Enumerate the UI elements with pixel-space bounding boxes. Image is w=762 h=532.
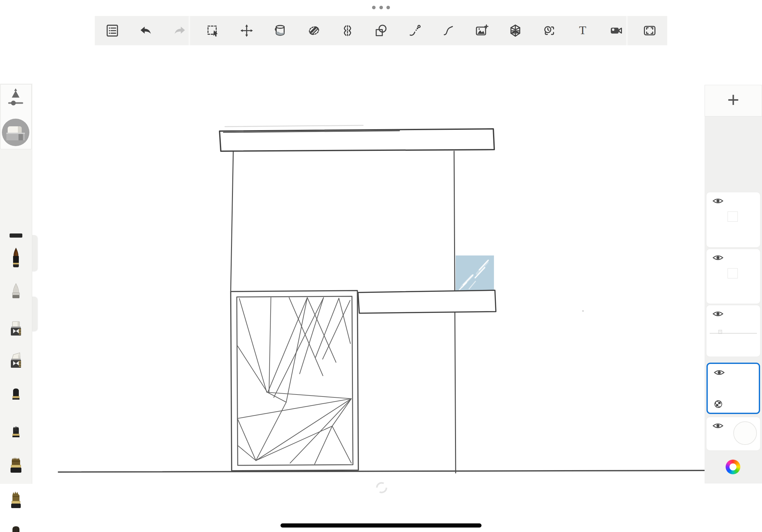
record-button[interactable] <box>607 20 625 42</box>
angled-marker-tool[interactable] <box>7 352 25 380</box>
layer-visibility-eye-icon[interactable] <box>714 368 725 377</box>
ruler-icon <box>307 24 321 37</box>
rectangle-select-icon <box>206 24 220 37</box>
flat-brush-icon <box>7 457 25 484</box>
add-layer-button[interactable]: + <box>705 85 762 116</box>
record-video-icon <box>609 24 623 37</box>
fill-button[interactable] <box>271 20 289 42</box>
multitask-indicator <box>372 5 390 9</box>
transparency-lock-icon[interactable] <box>714 400 723 408</box>
redo-button[interactable] <box>170 20 189 42</box>
redo-icon <box>173 24 187 37</box>
edit-path-points-icon <box>408 24 421 37</box>
ink-pen-tool[interactable] <box>7 247 25 276</box>
layer-card[interactable] <box>707 363 760 414</box>
ink-pen-icon <box>7 247 25 274</box>
round-brush-tool[interactable] <box>7 491 25 519</box>
drawing-canvas[interactable] <box>0 0 762 532</box>
svg-text:T: T <box>579 24 586 37</box>
fullscreen-button[interactable] <box>641 20 659 42</box>
timelapse-button[interactable] <box>540 20 558 42</box>
top-toolbar: T <box>95 16 667 45</box>
timelapse-icon <box>542 24 556 37</box>
stray-mark <box>582 310 584 312</box>
brush-size-slider[interactable] <box>2 88 29 110</box>
fullscreen-icon <box>643 24 657 37</box>
layer-card[interactable] <box>707 192 760 247</box>
add-layer-label: + <box>727 90 739 109</box>
color-wheel-button[interactable] <box>725 460 740 474</box>
perspective-button[interactable] <box>506 20 525 42</box>
edit-path-button[interactable] <box>405 20 424 42</box>
flat-marker-icon <box>7 320 25 347</box>
move-icon <box>240 24 254 37</box>
home-indicator[interactable] <box>280 523 482 528</box>
smudge-brush-tool[interactable] <box>7 526 25 532</box>
flat-brush-tool[interactable] <box>7 457 25 485</box>
text-icon: T <box>575 24 590 37</box>
layer-visibility-eye-icon[interactable] <box>712 197 724 205</box>
toolbar-divider <box>626 16 628 45</box>
menu-list-icon <box>105 24 119 37</box>
smooth-stroke-button[interactable] <box>439 20 458 42</box>
sketch-stroke <box>58 470 705 472</box>
text-button[interactable]: T <box>573 20 592 42</box>
smudge-brush-icon <box>7 526 25 532</box>
sketch-app-window: T <box>0 0 762 532</box>
sketch-stroke <box>231 151 233 291</box>
ruler-button[interactable] <box>305 20 323 42</box>
menu-button[interactable] <box>103 20 121 42</box>
undo-icon <box>139 24 153 37</box>
layer-card[interactable] <box>707 417 760 450</box>
sidebar-handle[interactable] <box>32 235 37 271</box>
sketch-stroke <box>358 290 496 313</box>
eraser-icon <box>2 119 29 146</box>
shapes-icon <box>374 24 388 37</box>
layer-visibility-eye-icon[interactable] <box>712 310 724 318</box>
hidden-tool-tip[interactable] <box>10 233 28 239</box>
sketch-stroke <box>237 296 353 465</box>
layer-thumbnail <box>727 268 738 279</box>
fill-bucket-icon <box>273 24 287 37</box>
toolbar-divider <box>189 16 190 45</box>
paper-color-thumbnail <box>733 421 757 445</box>
blending-stump-icon <box>7 283 25 309</box>
eraser-tool[interactable] <box>2 119 29 146</box>
perspective-guides-icon <box>508 24 522 37</box>
insert-image-button[interactable] <box>473 20 491 42</box>
felt-pen-tool[interactable] <box>7 387 25 412</box>
layer-thumbnail <box>708 329 758 336</box>
move-button[interactable] <box>237 20 256 42</box>
brush-sidebar <box>0 84 32 484</box>
flat-marker-tool[interactable] <box>7 320 25 348</box>
shapes-button[interactable] <box>372 20 390 42</box>
round-brush-icon <box>7 491 25 518</box>
symmetry-icon <box>341 24 354 37</box>
layer-thumbnail <box>727 212 738 222</box>
undo-button[interactable] <box>137 20 155 42</box>
insert-image-icon <box>475 24 489 37</box>
charcoal-tool[interactable] <box>7 425 25 450</box>
layer-card[interactable] <box>707 305 760 357</box>
sketch-stroke <box>225 125 363 127</box>
sidebar-handle[interactable] <box>32 297 37 331</box>
select-button[interactable] <box>204 20 222 42</box>
layer-card[interactable] <box>707 249 760 303</box>
charcoal-icon <box>7 425 25 448</box>
smooth-stroke-icon <box>441 24 455 37</box>
layer-visibility-eye-icon[interactable] <box>712 422 724 430</box>
blending-stump-tool[interactable] <box>7 283 25 311</box>
rotate-reset-icon <box>377 483 386 493</box>
felt-pen-icon <box>7 387 25 411</box>
angled-marker-icon <box>7 352 25 379</box>
layer-visibility-eye-icon[interactable] <box>712 253 724 262</box>
symmetry-button[interactable] <box>338 20 357 42</box>
